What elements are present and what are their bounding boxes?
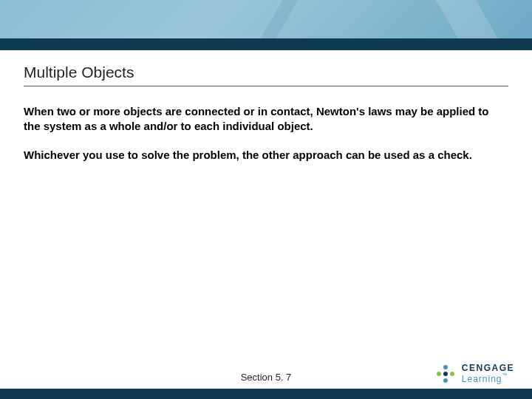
header-decorative-band <box>0 0 532 38</box>
cengage-logo: CENGAGE Learning™ <box>435 364 514 384</box>
header-dark-bar <box>0 38 532 50</box>
slide-content: Multiple Objects When two or more object… <box>0 50 532 163</box>
title-underline <box>24 86 508 86</box>
footer-dark-bar <box>0 389 532 399</box>
slide-footer: Section 5. 7 CENGAGE Learning™ <box>0 372 532 399</box>
logo-line2: Learning <box>462 374 502 384</box>
slide-title: Multiple Objects <box>24 64 508 81</box>
trademark-icon: ™ <box>502 372 508 378</box>
body-paragraph: Whichever you use to solve the problem, … <box>24 148 497 163</box>
logo-mark-icon <box>435 364 456 384</box>
body-paragraph: When two or more objects are connected o… <box>24 104 497 134</box>
logo-text: CENGAGE Learning™ <box>462 364 514 384</box>
logo-line1: CENGAGE <box>462 364 514 372</box>
